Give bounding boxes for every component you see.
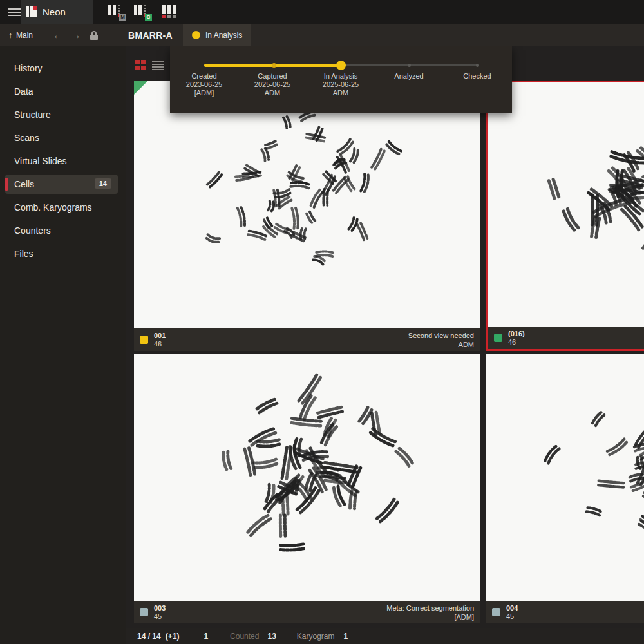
cell-status-square [494, 334, 502, 342]
back-icon[interactable]: ← [49, 30, 67, 41]
sidebar-item-cells[interactable]: Cells 14 [5, 175, 118, 194]
bottom-status-bar: 14 / 14 (+1) 1 Counted 13 Karyogram 1 [126, 628, 644, 644]
cells-total: 14 / 14 [137, 632, 161, 641]
sidebar-item-virtual-slides[interactable]: Virtual Slides [0, 149, 126, 173]
workflow-status-popup: Created2023-06-25[ADM] Captured2025-06-2… [170, 46, 512, 113]
cells-count-badge: 14 [95, 178, 111, 189]
green-corner-flag [134, 80, 148, 95]
main-label: Main [16, 31, 33, 40]
forward-icon[interactable]: → [67, 30, 85, 41]
timeline-stage-created: Created2023-06-25[ADM] [169, 72, 239, 97]
sidebar-item-history[interactable]: History [0, 57, 126, 80]
tile-footer: 001 46 Second view needed ADM [134, 328, 480, 351]
metaphase-image-001 [134, 80, 480, 328]
sidebar-item-data[interactable]: Data [0, 80, 126, 103]
cell-note: Meta: Correct segmentation [386, 603, 474, 612]
cell-id: (016) [508, 330, 525, 338]
metaphase-finder-m-icon[interactable]: M [108, 4, 126, 21]
timeline-dot-analyzed [408, 64, 411, 67]
timeline-stage-in-analysis: In Analysis2025-06-25ADM [306, 72, 375, 97]
list-view-icon[interactable] [152, 60, 164, 71]
metaphase-image-004 [486, 354, 644, 601]
column-view-icon[interactable] [161, 4, 179, 21]
cell-note-user: [ADM] [386, 612, 474, 621]
grid-view-icon[interactable] [135, 60, 146, 71]
lock-icon[interactable] [90, 31, 98, 40]
cell-tile-003[interactable]: 003 45 Meta: Correct segmentation [ADM] [134, 354, 480, 623]
cell-status-square [140, 336, 148, 344]
cell-note: Second view needed [408, 331, 474, 340]
cell-status-square [492, 608, 500, 616]
app-brand[interactable]: Neon [21, 0, 93, 24]
cell-id: 004 [506, 604, 518, 612]
metaphase-image-016 [488, 82, 644, 327]
top-bar: Neon M C [0, 0, 644, 24]
main-nav-button[interactable]: ↑ Main [8, 31, 33, 40]
timeline-stage-analyzed: Analyzed [374, 72, 444, 80]
chromosome-count: 45 [154, 612, 166, 621]
cells-extra: (+1) [166, 632, 180, 641]
cell-id: 001 [154, 332, 166, 340]
karyogram-label: Karyogram [297, 632, 335, 641]
cell-id: 003 [154, 604, 166, 612]
chromosome-count: 46 [508, 338, 525, 346]
tile-footer: (016) 46 [488, 327, 644, 349]
counted-value: 13 [267, 632, 276, 641]
menu-icon[interactable] [8, 8, 21, 16]
sidebar-item-structure[interactable]: Structure [0, 103, 126, 126]
karyogram-value: 1 [344, 632, 348, 641]
case-status-label: In Analysis [205, 31, 242, 40]
tile-footer: 004 45 [486, 601, 644, 623]
timeline-dot-checked [476, 64, 479, 67]
metaphase-image-003 [134, 354, 480, 601]
timeline-dot-captured [272, 63, 276, 68]
selected-accent-bar [5, 178, 8, 191]
cell-note-user: ADM [408, 340, 474, 349]
case-status-tab[interactable]: In Analysis [183, 24, 251, 46]
sidebar-item-files[interactable]: Files [0, 242, 126, 265]
case-name[interactable]: BMARR-A [128, 30, 173, 41]
toolbar-divider [41, 30, 41, 41]
cell-tile-004[interactable]: 004 45 [486, 354, 644, 623]
tile-footer: 003 45 Meta: Correct segmentation [ADM] [134, 601, 480, 623]
neon-logo-icon [26, 6, 37, 18]
toolbar-divider [111, 30, 111, 41]
cell-tile-001[interactable]: 001 46 Second view needed ADM [134, 80, 480, 351]
counted-label: Counted [230, 632, 259, 641]
cell-tile-016[interactable]: (016) 46 [486, 80, 644, 351]
timeline-dot-current [336, 61, 346, 70]
up-arrow-icon: ↑ [8, 31, 12, 40]
selected-count: 1 [204, 632, 208, 641]
timeline-stage-checked: Checked [442, 72, 512, 80]
metaphase-finder-c-icon[interactable]: C [134, 4, 152, 21]
sidebar-item-comb-karyograms[interactable]: Comb. Karyograms [0, 196, 126, 219]
timeline-stage-captured: Captured2025-06-25ADM [238, 72, 307, 97]
cell-status-square [140, 608, 148, 616]
app-name: Neon [43, 6, 66, 17]
chromosome-count: 45 [506, 612, 518, 621]
chromosome-count: 46 [154, 340, 166, 348]
neon-app-window: Neon M C ↑ Main ← → BMARR-A [0, 0, 644, 644]
sidebar: History Data Structure Scans Virtual Sli… [0, 46, 126, 644]
sidebar-item-scans[interactable]: Scans [0, 126, 126, 149]
case-toolbar: ↑ Main ← → BMARR-A In Analysis [0, 24, 644, 46]
sidebar-item-counters[interactable]: Counters [0, 219, 126, 242]
status-dot-icon [192, 31, 200, 39]
